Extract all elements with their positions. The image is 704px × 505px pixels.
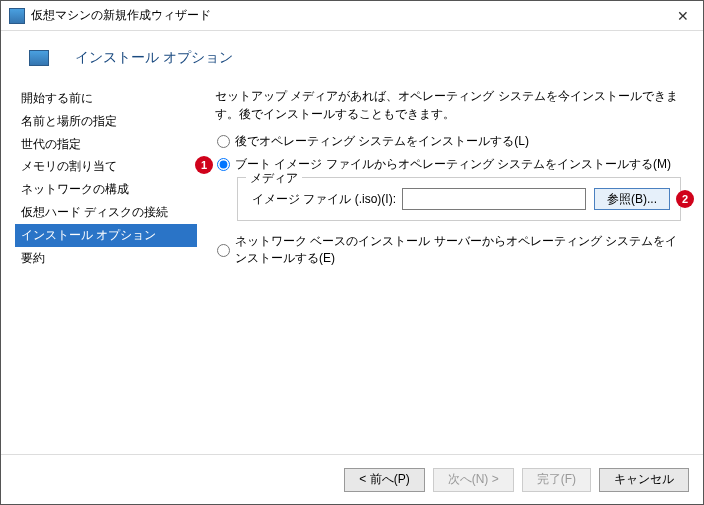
radio-row-network[interactable]: ネットワーク ベースのインストール サーバーからオペレーティング システムをイン… (217, 233, 681, 267)
wizard-content: セットアップ メディアがあれば、オペレーティング システムを今インストールできま… (197, 81, 689, 454)
cancel-button[interactable]: キャンセル (599, 468, 689, 492)
radio-boot-image[interactable] (217, 158, 230, 171)
page-title: インストール オプション (75, 49, 233, 67)
radio-network-label: ネットワーク ベースのインストール サーバーからオペレーティング システムをイン… (235, 233, 681, 267)
close-button[interactable]: ✕ (663, 2, 703, 30)
wizard-header: インストール オプション (1, 31, 703, 81)
wizard-footer: < 前へ(P) 次へ(N) > 完了(F) キャンセル (1, 454, 703, 504)
sidebar-item-summary[interactable]: 要約 (15, 247, 197, 270)
image-file-row: イメージ ファイル (.iso)(I): 参照(B)... 2 (252, 188, 670, 210)
sidebar-item-before-begin[interactable]: 開始する前に (15, 87, 197, 110)
sidebar-item-name-location[interactable]: 名前と場所の指定 (15, 110, 197, 133)
prev-button[interactable]: < 前へ(P) (344, 468, 424, 492)
next-button[interactable]: 次へ(N) > (433, 468, 514, 492)
callout-1: 1 (195, 156, 213, 174)
image-file-input[interactable] (402, 188, 586, 210)
sidebar-item-network[interactable]: ネットワークの構成 (15, 178, 197, 201)
sidebar-item-install-options[interactable]: インストール オプション (15, 224, 197, 247)
wizard-sidebar: 開始する前に 名前と場所の指定 世代の指定 メモリの割り当て ネットワークの構成… (15, 81, 197, 454)
app-icon (9, 8, 25, 24)
radio-later[interactable] (217, 135, 230, 148)
window-title: 仮想マシンの新規作成ウィザード (31, 7, 663, 24)
wizard-body: 開始する前に 名前と場所の指定 世代の指定 メモリの割り当て ネットワークの構成… (1, 81, 703, 454)
sidebar-item-vhd[interactable]: 仮想ハード ディスクの接続 (15, 201, 197, 224)
wizard-window: 仮想マシンの新規作成ウィザード ✕ インストール オプション 開始する前に 名前… (0, 0, 704, 505)
radio-network[interactable] (217, 244, 230, 257)
finish-button[interactable]: 完了(F) (522, 468, 591, 492)
titlebar: 仮想マシンの新規作成ウィザード ✕ (1, 1, 703, 31)
media-legend: メディア (246, 170, 302, 187)
sidebar-item-generation[interactable]: 世代の指定 (15, 133, 197, 156)
media-fieldset: メディア イメージ ファイル (.iso)(I): 参照(B)... 2 (237, 177, 681, 221)
browse-button[interactable]: 参照(B)... (594, 188, 670, 210)
header-icon (29, 50, 49, 66)
callout-2: 2 (676, 190, 694, 208)
radio-later-label: 後でオペレーティング システムをインストールする(L) (235, 133, 529, 150)
radio-row-later[interactable]: 後でオペレーティング システムをインストールする(L) (217, 133, 681, 150)
sidebar-item-memory[interactable]: メモリの割り当て (15, 155, 197, 178)
description-text: セットアップ メディアがあれば、オペレーティング システムを今インストールできま… (215, 87, 681, 123)
image-file-label: イメージ ファイル (.iso)(I): (252, 191, 396, 208)
